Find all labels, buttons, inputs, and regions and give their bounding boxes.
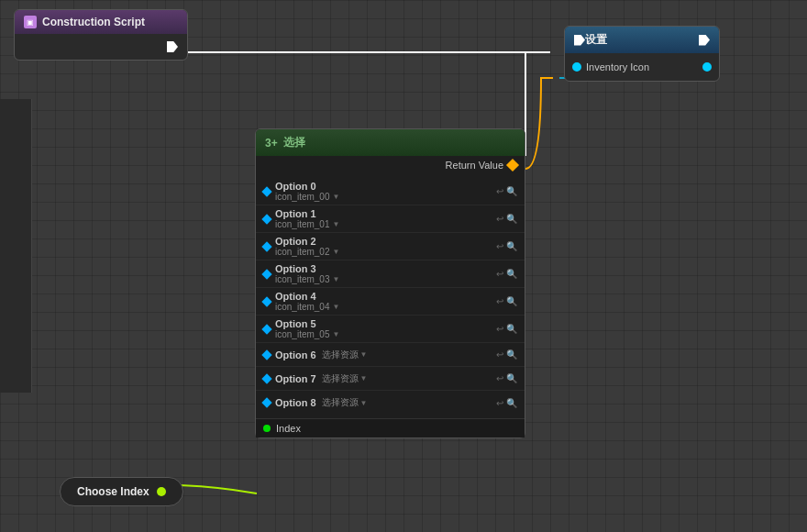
- select-node: 3+ 选择 Return Value Option 0 icon_item_00…: [255, 128, 525, 438]
- option-2-arrow-icon[interactable]: ↩: [496, 241, 503, 251]
- option-4-value: icon_item_04▼: [275, 302, 496, 312]
- option-1-name: Option 1: [275, 208, 496, 219]
- option-row-7: Option 7 选择资源 ▼ ↩ 🔍: [256, 367, 525, 391]
- settings-exec-in[interactable]: [574, 35, 585, 46]
- option-2-name: Option 2: [275, 236, 496, 247]
- settings-title: 设置: [585, 32, 607, 48]
- inventory-icon-label: Inventory Icon: [586, 61, 649, 72]
- option-8-pin[interactable]: [261, 397, 271, 407]
- settings-exec-out[interactable]: [699, 35, 710, 46]
- option-2-value: icon_item_02▼: [275, 247, 496, 257]
- construction-script-header: ▣ Construction Script: [15, 10, 187, 34]
- option-5-name: Option 5: [275, 318, 496, 329]
- option-7-pin[interactable]: [261, 373, 271, 383]
- option-1-arrow-icon[interactable]: ↩: [496, 214, 503, 224]
- settings-node: 设置 Inventory Icon: [564, 26, 720, 82]
- option-5-content: Option 5 icon_item_05▼: [275, 318, 496, 339]
- option-0-icons: ↩ 🔍: [496, 186, 517, 196]
- option-row-1: Option 1 icon_item_01▼ ↩ 🔍: [256, 205, 525, 233]
- inventory-icon-pin-left[interactable]: [572, 62, 581, 72]
- settings-header: 设置: [565, 27, 719, 53]
- option-4-arrow-icon[interactable]: ↩: [496, 296, 503, 306]
- inventory-icon-pin-right[interactable]: [702, 62, 712, 72]
- option-3-search-icon[interactable]: 🔍: [506, 269, 517, 279]
- option-7-arrow-icon[interactable]: ↩: [496, 373, 503, 383]
- option-3-arrow-icon[interactable]: ↩: [496, 269, 503, 279]
- option-7-dropdown[interactable]: ▼: [360, 374, 368, 382]
- inventory-icon-pin-row: Inventory Icon: [565, 59, 719, 75]
- option-2-search-icon[interactable]: 🔍: [506, 241, 517, 251]
- option-4-content: Option 4 icon_item_04▼: [275, 291, 496, 312]
- select-node-title: 选择: [283, 135, 305, 150]
- option-6-dropdown[interactable]: ▼: [360, 350, 368, 359]
- option-1-pin[interactable]: [261, 214, 271, 224]
- option-5-icons: ↩ 🔍: [496, 324, 517, 334]
- option-1-content: Option 1 icon_item_01▼: [275, 208, 496, 229]
- option-7-name: Option 7: [275, 373, 316, 384]
- option-3-icons: ↩ 🔍: [496, 269, 517, 279]
- option-3-content: Option 3 icon_item_03▼: [275, 263, 496, 284]
- option-row-2: Option 2 icon_item_02▼ ↩ 🔍: [256, 233, 525, 260]
- option-0-arrow-icon[interactable]: ↩: [496, 186, 503, 196]
- exec-pin-right[interactable]: [167, 41, 178, 52]
- option-3-value: icon_item_03▼: [275, 274, 496, 284]
- option-8-name: Option 8: [275, 397, 316, 408]
- choose-index-label: Choose Index: [77, 485, 149, 498]
- choose-index-pin[interactable]: [157, 487, 166, 496]
- option-5-search-icon[interactable]: 🔍: [506, 324, 517, 334]
- option-1-value: icon_item_01▼: [275, 219, 496, 229]
- option-6-pin[interactable]: [261, 349, 271, 360]
- option-2-icons: ↩ 🔍: [496, 241, 517, 251]
- option-2-pin[interactable]: [261, 241, 271, 251]
- option-6-icons: ↩ 🔍: [496, 349, 517, 360]
- option-1-icons: ↩ 🔍: [496, 214, 517, 224]
- construction-script-icon: ▣: [24, 16, 37, 28]
- select-node-body: Option 0 icon_item_00▼ ↩ 🔍 Option 1 icon…: [256, 174, 525, 418]
- index-row: Index: [256, 418, 525, 438]
- return-value-pin[interactable]: [506, 159, 519, 172]
- option-4-search-icon[interactable]: 🔍: [506, 296, 517, 306]
- select-node-header: 3+ 选择: [256, 129, 525, 156]
- option-5-pin[interactable]: [261, 324, 271, 334]
- option-row-8: Option 8 选择资源 ▼ ↩ 🔍: [256, 391, 525, 415]
- option-row-0: Option 0 icon_item_00▼ ↩ 🔍: [256, 178, 525, 205]
- option-7-icons: ↩ 🔍: [496, 373, 517, 383]
- left-panel: [0, 99, 32, 393]
- option-0-search-icon[interactable]: 🔍: [506, 186, 517, 196]
- construction-script-node: ▣ Construction Script: [14, 9, 188, 61]
- option-7-search-icon[interactable]: 🔍: [506, 373, 517, 383]
- construction-script-title: Construction Script: [42, 16, 145, 28]
- option-6-arrow-icon[interactable]: ↩: [496, 349, 503, 360]
- option-4-icons: ↩ 🔍: [496, 296, 517, 306]
- choose-index-node: Choose Index: [60, 477, 183, 506]
- option-8-value: 选择资源: [322, 396, 359, 409]
- option-6-search-icon[interactable]: 🔍: [506, 349, 517, 360]
- option-8-dropdown[interactable]: ▼: [360, 399, 368, 407]
- option-6-value: 选择资源: [322, 349, 359, 361]
- index-pin[interactable]: [263, 425, 271, 432]
- option-6-name: Option 6: [275, 349, 316, 360]
- return-value-row: Return Value: [256, 156, 525, 174]
- option-row-3: Option 3 icon_item_03▼ ↩ 🔍: [256, 260, 525, 288]
- option-8-arrow-icon[interactable]: ↩: [496, 398, 503, 408]
- option-0-name: Option 0: [275, 181, 496, 192]
- option-row-4: Option 4 icon_item_04▼ ↩ 🔍: [256, 288, 525, 316]
- option-4-pin[interactable]: [261, 296, 271, 306]
- option-0-content: Option 0 icon_item_00▼: [275, 181, 496, 202]
- return-value-label: Return Value: [446, 160, 503, 171]
- option-8-search-icon[interactable]: 🔍: [506, 398, 517, 408]
- option-3-name: Option 3: [275, 263, 496, 274]
- settings-body: Inventory Icon: [565, 53, 719, 81]
- option-row-5: Option 5 icon_item_05▼ ↩ 🔍: [256, 316, 525, 343]
- option-5-arrow-icon[interactable]: ↩: [496, 324, 503, 334]
- option-4-name: Option 4: [275, 291, 496, 302]
- option-7-value: 选择资源: [322, 372, 359, 385]
- option-1-search-icon[interactable]: 🔍: [506, 214, 517, 224]
- option-8-icons: ↩ 🔍: [496, 398, 517, 408]
- option-2-content: Option 2 icon_item_02▼: [275, 236, 496, 257]
- option-0-pin[interactable]: [261, 186, 271, 196]
- index-label: Index: [276, 423, 301, 434]
- option-row-6: Option 6 选择资源 ▼ ↩ 🔍: [256, 343, 525, 367]
- option-0-value: icon_item_00▼: [275, 192, 496, 202]
- option-3-pin[interactable]: [261, 269, 271, 279]
